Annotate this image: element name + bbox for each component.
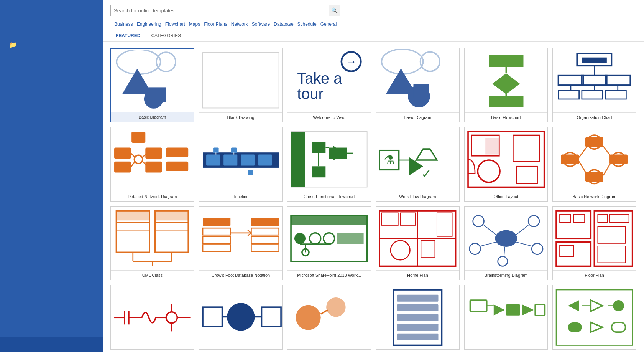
svg-rect-58: [312, 142, 326, 153]
template-label-workflow: Work Flow Diagram: [376, 192, 459, 201]
svg-rect-83: [585, 172, 603, 182]
svg-marker-177: [522, 304, 534, 315]
template-label-blank-drawing: Blank Drawing: [199, 112, 283, 122]
svg-point-161: [227, 303, 255, 331]
tabs-row: FEATUREDCATEGORIES: [110, 31, 636, 41]
template-card-timeline[interactable]: Timeline: [199, 127, 283, 202]
svg-rect-28: [582, 91, 603, 99]
template-card-cross-functional[interactable]: Cross-Functional Flowchart: [287, 127, 371, 202]
template-thumbnail-process: [288, 285, 371, 349]
svg-line-42: [131, 162, 135, 167]
open-other-drawings-button[interactable]: 📁: [0, 38, 103, 51]
svg-rect-47: [223, 155, 237, 166]
suggested-link-maps[interactable]: Maps: [189, 21, 200, 27]
svg-rect-178: [535, 304, 545, 315]
template-area: Basic Diagram Blank Drawing → Take a tou…: [103, 42, 644, 352]
search-button[interactable]: 🔍: [329, 5, 340, 16]
svg-rect-171: [397, 314, 438, 321]
svg-line-136: [484, 225, 496, 235]
template-card-org-chart[interactable]: Organization Chart: [552, 48, 636, 122]
suggested-link-network[interactable]: Network: [231, 21, 248, 27]
tab-categories[interactable]: CATEGORIES: [146, 31, 186, 41]
template-card-basic-network[interactable]: Basic Network Diagram: [552, 127, 636, 202]
help-button[interactable]: [615, 1, 622, 8]
svg-line-85: [579, 146, 588, 157]
svg-rect-180: [556, 290, 632, 345]
svg-rect-117: [337, 233, 364, 244]
svg-rect-15: [489, 55, 523, 68]
svg-point-40: [134, 155, 143, 164]
svg-rect-173: [397, 333, 438, 340]
suggested-link-flowchart[interactable]: Flowchart: [165, 21, 185, 27]
template-card-electric[interactable]: [110, 285, 194, 350]
svg-rect-21: [582, 58, 607, 63]
template-card-process[interactable]: [287, 285, 371, 350]
template-card-welcome-visio[interactable]: → Take a tour Welcome to Visio: [287, 48, 371, 122]
template-card-basic-diagram[interactable]: Basic Diagram: [110, 48, 194, 122]
suggested-link-database[interactable]: Database: [274, 21, 293, 27]
svg-line-140: [504, 247, 505, 256]
template-label-uml-class: UML Class: [111, 270, 194, 280]
template-thumbnail-home-plan: [376, 207, 459, 271]
template-label-cross-functional: Cross-Functional Flowchart: [288, 192, 371, 201]
template-card-office-layout[interactable]: Office Layout: [464, 127, 548, 202]
svg-marker-16: [492, 73, 520, 94]
close-button[interactable]: [636, 1, 642, 8]
template-thumbnail-crowsfoot: [199, 207, 283, 271]
template-label-office-layout: Office Layout: [465, 192, 548, 201]
svg-point-1: [156, 52, 176, 71]
template-thumbnail-uml-class: [111, 207, 194, 271]
suggested-link-engineering[interactable]: Engineering: [137, 21, 161, 27]
template-card-blank-drawing[interactable]: Blank Drawing: [199, 48, 283, 122]
suggested-link-schedule[interactable]: Schedule: [297, 21, 317, 27]
svg-rect-146: [598, 214, 608, 223]
template-label-home-plan: Home Plan: [376, 270, 459, 280]
search-input[interactable]: [111, 8, 329, 13]
svg-rect-102: [203, 228, 230, 235]
svg-rect-71: [468, 132, 544, 187]
template-card-block[interactable]: [199, 285, 283, 350]
sidebar-divider: [9, 33, 94, 33]
svg-rect-108: [251, 245, 279, 251]
suggested-link-business[interactable]: Business: [114, 21, 133, 27]
template-card-home-plan[interactable]: Home Plan: [376, 206, 460, 281]
template-thumbnail-basic-diagram-2: [376, 48, 459, 112]
svg-point-114: [294, 233, 306, 244]
svg-rect-37: [145, 162, 162, 173]
suggested-link-software[interactable]: Software: [252, 21, 270, 27]
maximize-button[interactable]: [629, 1, 636, 8]
template-card-floor-plan[interactable]: Floor Plan: [552, 206, 636, 281]
template-card-basic-flowchart[interactable]: Basic Flowchart: [464, 48, 548, 122]
svg-line-88: [603, 162, 612, 175]
svg-point-116: [324, 233, 335, 244]
template-card-basic-diagram-2[interactable]: Basic Diagram: [376, 48, 460, 122]
template-card-brainstorm[interactable]: Brainstorming Diagram: [464, 206, 548, 281]
template-thumbnail-org-chart: [553, 48, 636, 112]
template-thumbnail-audit: [465, 285, 548, 349]
svg-rect-57: [291, 132, 305, 187]
svg-rect-90: [116, 211, 150, 220]
template-card-crowsfoot[interactable]: Crow's Foot Database Notation: [199, 206, 283, 281]
template-card-rack[interactable]: [376, 285, 460, 350]
svg-rect-27: [559, 91, 579, 99]
template-card-uml-class[interactable]: UML Class: [110, 206, 194, 281]
template-card-sharepoint[interactable]: Microsoft SharePoint 2013 Work...: [287, 206, 371, 281]
template-card-audit[interactable]: [464, 285, 548, 350]
template-card-workflow[interactable]: ⚗ ✓ Work Flow Diagram: [376, 127, 460, 202]
template-thumbnail-blank-drawing: [199, 48, 283, 112]
svg-point-134: [532, 243, 543, 254]
template-thumbnail-sdl: [553, 285, 636, 349]
svg-rect-73: [513, 135, 539, 162]
template-card-network-detail[interactable]: Detailed Network Diagram: [110, 127, 194, 202]
suggested-link-floor plans[interactable]: Floor Plans: [204, 21, 227, 27]
svg-rect-51: [231, 148, 237, 153]
sidebar: 📁: [0, 0, 103, 352]
minimize-button[interactable]: [622, 1, 629, 8]
svg-rect-24: [559, 76, 583, 85]
header: 🔍 BusinessEngineeringFlowchartMapsFloor …: [103, 0, 644, 42]
tab-featured[interactable]: FEATURED: [110, 31, 146, 41]
suggested-link-general[interactable]: General: [320, 21, 337, 27]
template-card-sdl[interactable]: [552, 285, 636, 350]
template-thumbnail-basic-flowchart: [465, 48, 548, 112]
template-thumbnail-cross-functional: [288, 127, 371, 192]
